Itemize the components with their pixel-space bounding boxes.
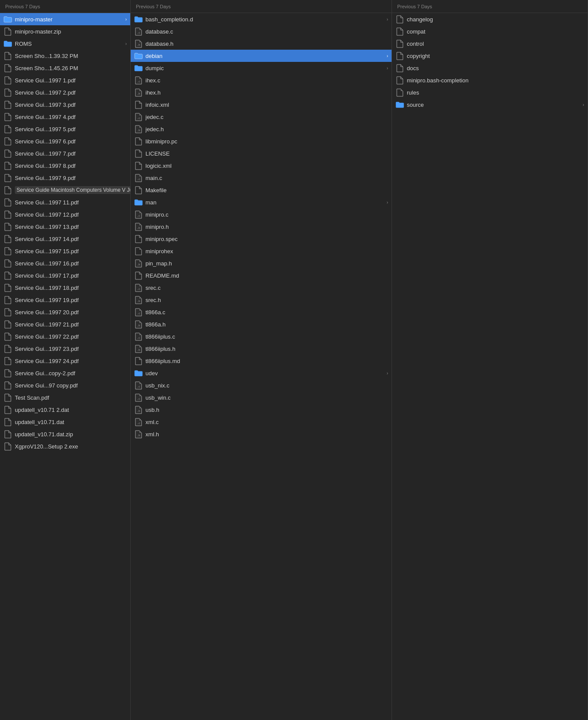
list-item[interactable]: Service Gui...1997 5.pdf [0,123,130,135]
file-icon [3,344,12,353]
list-item[interactable]: Service Gui...1997 3.pdf [0,98,130,111]
list-item[interactable]: .h ihex.h [131,86,392,98]
list-item[interactable]: .c jedec.c [131,111,392,123]
list-item[interactable]: Service Gui...1997 9.pdf [0,172,130,184]
list-item[interactable]: Service Gui...1997 17.pdf [0,269,130,282]
list-item[interactable]: libminipro.pc [131,135,392,147]
list-item[interactable]: README.md [131,269,392,282]
list-item[interactable]: ROMS› [0,37,130,50]
list-item[interactable]: .h jedec.h [131,123,392,135]
list-item[interactable]: dumpic› [131,62,392,74]
list-item[interactable]: .c usb_nix.c [131,379,392,391]
list-item[interactable]: updatell_v10.71 2.dat [0,404,130,416]
list-item[interactable]: .h database.h [131,37,392,50]
list-item[interactable]: copyright [392,50,588,62]
list-item[interactable]: .h tl866a.h [131,318,392,330]
list-item[interactable]: .c main.c [131,172,392,184]
list-item[interactable]: Service Guide Macintosh Computers Volume… [0,184,130,196]
list-item[interactable]: Screen Sho...1.39.32 PM [0,50,130,62]
file-name: minipro.c [145,211,388,218]
file-name: minipro-master [15,16,124,23]
list-item[interactable]: debian› [131,50,392,62]
col3-items[interactable]: changelog compat control copyright docs … [392,13,588,720]
list-item[interactable]: Service Gui...1997 13.pdf [0,221,130,233]
list-item[interactable]: Service Gui...1997 23.pdf [0,343,130,355]
list-item[interactable]: Service Gui...copy-2.pdf [0,367,130,379]
list-item[interactable]: .c database.c [131,25,392,37]
list-item[interactable]: minipro.bash-completion [392,74,588,86]
list-item[interactable]: tl866iiplus.md [131,355,392,367]
list-item[interactable]: Service Gui...1997 20.pdf [0,306,130,318]
list-item[interactable]: Test Scan.pdf [0,391,130,404]
file-name: srec.c [145,285,388,291]
list-item[interactable]: Service Gui...1997 22.pdf [0,330,130,343]
list-item[interactable]: .h pin_map.h [131,257,392,269]
file-name: tl866a.c [145,309,388,316]
col1-items[interactable]: minipro-master› minipro-master.zip ROMS›… [0,13,130,720]
list-item[interactable]: LICENSE [131,147,392,160]
list-item[interactable]: .h srec.h [131,294,392,306]
list-item[interactable]: infoic.xml [131,98,392,111]
list-item[interactable]: Makefile [131,184,392,196]
list-item[interactable]: XgproV120...Setup 2.exe [0,440,130,452]
list-item[interactable]: Service Gui...1997 12.pdf [0,208,130,221]
list-item[interactable]: docs [392,62,588,74]
list-item[interactable]: .c tl866a.c [131,306,392,318]
file-icon [3,247,12,255]
file-name: miniprohex [145,248,388,255]
list-item[interactable]: .h xml.h [131,428,392,440]
list-item[interactable]: .c srec.c [131,282,392,294]
file-name: Service Gui...1997 4.pdf [15,114,127,120]
list-item[interactable]: Service Gui...97 copy.pdf [0,379,130,391]
list-item[interactable]: .c tl866iiplus.c [131,330,392,343]
list-item[interactable]: .c ihex.c [131,74,392,86]
list-item[interactable]: source› [392,98,588,111]
file-icon [3,76,12,85]
list-item[interactable]: Screen Sho...1.45.26 PM [0,62,130,74]
file-name: xml.h [145,431,388,438]
list-item[interactable]: miniprohex [131,245,392,257]
list-item[interactable]: compat [392,25,588,37]
list-item[interactable]: minipro-master.zip [0,25,130,37]
list-item[interactable]: Service Gui...1997 21.pdf [0,318,130,330]
file-name: Service Gui...1997 23.pdf [15,346,127,352]
list-item[interactable]: Service Gui...1997 18.pdf [0,282,130,294]
svg-text:.c: .c [137,397,140,400]
list-item[interactable]: .c usb_win.c [131,391,392,404]
list-item[interactable]: logicic.xml [131,160,392,172]
list-item[interactable]: Service Gui...1997 19.pdf [0,294,130,306]
file-name: tl866iiplus.c [145,333,388,340]
file-name: debian [145,53,385,59]
list-item[interactable]: .c xml.c [131,416,392,428]
list-item[interactable]: udev› [131,367,392,379]
list-item[interactable]: Service Gui...1997 8.pdf [0,160,130,172]
list-item[interactable]: control [392,37,588,50]
svg-text:.h: .h [137,129,140,132]
list-item[interactable]: .c minipro.c [131,208,392,221]
list-item[interactable]: updatell_v10.71.dat [0,416,130,428]
list-item[interactable]: minipro-master› [0,13,130,25]
list-item[interactable]: Service Gui...1997 11.pdf [0,196,130,208]
list-item[interactable]: Service Gui...1997 7.pdf [0,147,130,160]
list-item[interactable]: Service Gui...1997 4.pdf [0,111,130,123]
list-item[interactable]: Service Gui...1997 6.pdf [0,135,130,147]
list-item[interactable]: .h usb.h [131,404,392,416]
col2-items[interactable]: bash_completion.d› .c database.c .h data… [131,13,392,720]
list-item[interactable]: updatell_v10.71.dat.zip [0,428,130,440]
list-item[interactable]: changelog [392,13,588,25]
list-item[interactable]: bash_completion.d› [131,13,392,25]
list-item[interactable]: man› [131,196,392,208]
list-item[interactable]: Service Gui...1997 14.pdf [0,233,130,245]
list-item[interactable]: Service Gui...1997 15.pdf [0,245,130,257]
col3-header: Previous 7 Days [392,0,588,13]
list-item[interactable]: rules [392,86,588,98]
list-item[interactable]: .h tl866iiplus.h [131,343,392,355]
list-item[interactable]: Service Gui...1997 16.pdf [0,257,130,269]
list-item[interactable]: Service Gui...1997 2.pdf [0,86,130,98]
list-item[interactable]: Service Gui...1997 1.pdf [0,74,130,86]
list-item[interactable]: minipro.spec [131,233,392,245]
file-icon: .h [134,295,143,304]
list-item[interactable]: .h minipro.h [131,221,392,233]
list-item[interactable]: Service Gui...1997 24.pdf [0,355,130,367]
col2-header-text: Previous 7 Days [136,4,171,9]
